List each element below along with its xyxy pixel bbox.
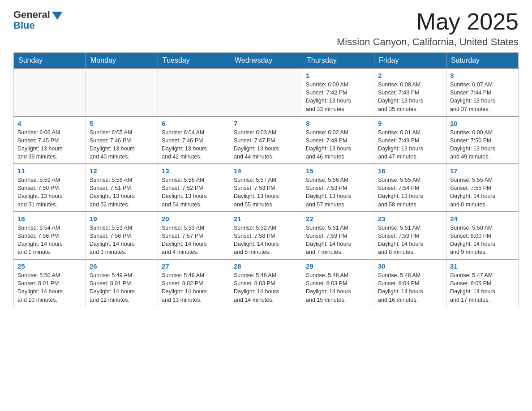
week-row-5: 25Sunrise: 5:50 AM Sunset: 8:01 PM Dayli… [14, 259, 519, 307]
day-number: 8 [306, 120, 370, 127]
title-block: May 2025 Mission Canyon, California, Uni… [337, 9, 519, 48]
day-info: Sunrise: 6:05 AM Sunset: 7:46 PM Dayligh… [90, 128, 154, 161]
day-number: 9 [378, 120, 442, 127]
calendar-cell: 1Sunrise: 6:09 AM Sunset: 7:42 PM Daylig… [302, 68, 374, 116]
day-number: 25 [17, 262, 82, 270]
day-number: 6 [162, 120, 226, 127]
day-number: 14 [234, 167, 298, 175]
calendar-cell: 25Sunrise: 5:50 AM Sunset: 8:01 PM Dayli… [14, 259, 86, 307]
day-info: Sunrise: 6:00 AM Sunset: 7:50 PM Dayligh… [450, 128, 515, 161]
calendar-cell: 3Sunrise: 6:07 AM Sunset: 7:44 PM Daylig… [446, 68, 519, 116]
calendar-cell: 14Sunrise: 5:57 AM Sunset: 7:53 PM Dayli… [230, 164, 302, 212]
day-info: Sunrise: 5:55 AM Sunset: 7:54 PM Dayligh… [378, 176, 442, 209]
day-number: 13 [162, 167, 226, 175]
day-info: Sunrise: 5:51 AM Sunset: 7:59 PM Dayligh… [378, 224, 442, 257]
calendar-cell: 19Sunrise: 5:53 AM Sunset: 7:56 PM Dayli… [86, 212, 158, 260]
day-info: Sunrise: 5:57 AM Sunset: 7:53 PM Dayligh… [234, 176, 298, 209]
day-info: Sunrise: 6:03 AM Sunset: 7:47 PM Dayligh… [234, 128, 298, 161]
weekday-header-friday: Friday [374, 53, 446, 69]
day-info: Sunrise: 5:49 AM Sunset: 8:01 PM Dayligh… [90, 271, 154, 304]
day-number: 23 [378, 215, 442, 223]
calendar-table: SundayMondayTuesdayWednesdayThursdayFrid… [13, 52, 519, 307]
day-number: 21 [234, 215, 298, 223]
day-info: Sunrise: 5:56 AM Sunset: 7:53 PM Dayligh… [306, 176, 370, 209]
day-info: Sunrise: 5:59 AM Sunset: 7:50 PM Dayligh… [17, 176, 82, 209]
calendar-cell: 6Sunrise: 6:04 AM Sunset: 7:46 PM Daylig… [158, 116, 230, 164]
calendar-cell: 9Sunrise: 6:01 AM Sunset: 7:49 PM Daylig… [374, 116, 446, 164]
calendar-header-row: SundayMondayTuesdayWednesdayThursdayFrid… [14, 53, 519, 69]
day-number: 22 [306, 215, 370, 223]
weekday-header-wednesday: Wednesday [230, 53, 302, 69]
day-number: 18 [17, 215, 82, 223]
day-number: 28 [234, 262, 298, 270]
calendar-cell: 2Sunrise: 6:08 AM Sunset: 7:43 PM Daylig… [374, 68, 446, 116]
calendar-cell: 26Sunrise: 5:49 AM Sunset: 8:01 PM Dayli… [86, 259, 158, 307]
logo-general-text: General [13, 9, 50, 21]
calendar-cell: 23Sunrise: 5:51 AM Sunset: 7:59 PM Dayli… [374, 212, 446, 260]
weekday-header-thursday: Thursday [302, 53, 374, 69]
calendar-cell: 29Sunrise: 5:48 AM Sunset: 8:03 PM Dayli… [302, 259, 374, 307]
calendar-cell: 16Sunrise: 5:55 AM Sunset: 7:54 PM Dayli… [374, 164, 446, 212]
calendar-cell: 11Sunrise: 5:59 AM Sunset: 7:50 PM Dayli… [14, 164, 86, 212]
day-number: 24 [450, 215, 515, 223]
calendar-cell: 4Sunrise: 6:06 AM Sunset: 7:45 PM Daylig… [14, 116, 86, 164]
day-number: 26 [90, 262, 154, 270]
location-title: Mission Canyon, California, United State… [337, 36, 519, 48]
day-number: 12 [90, 167, 154, 175]
day-number: 31 [450, 262, 515, 270]
calendar-cell: 12Sunrise: 5:58 AM Sunset: 7:51 PM Dayli… [86, 164, 158, 212]
calendar-cell: 24Sunrise: 5:50 AM Sunset: 8:00 PM Dayli… [446, 212, 519, 260]
day-info: Sunrise: 5:50 AM Sunset: 8:01 PM Dayligh… [17, 271, 82, 304]
day-number: 15 [306, 167, 370, 175]
calendar-cell [230, 68, 302, 116]
day-info: Sunrise: 5:53 AM Sunset: 7:56 PM Dayligh… [90, 224, 154, 257]
day-number: 3 [450, 72, 515, 79]
day-info: Sunrise: 6:07 AM Sunset: 7:44 PM Dayligh… [450, 81, 515, 113]
day-info: Sunrise: 5:50 AM Sunset: 8:00 PM Dayligh… [450, 224, 515, 257]
week-row-3: 11Sunrise: 5:59 AM Sunset: 7:50 PM Dayli… [14, 164, 519, 212]
calendar-cell: 13Sunrise: 5:58 AM Sunset: 7:52 PM Dayli… [158, 164, 230, 212]
day-info: Sunrise: 5:58 AM Sunset: 7:52 PM Dayligh… [162, 176, 226, 209]
calendar-cell: 15Sunrise: 5:56 AM Sunset: 7:53 PM Dayli… [302, 164, 374, 212]
day-info: Sunrise: 6:02 AM Sunset: 7:48 PM Dayligh… [306, 128, 370, 161]
day-info: Sunrise: 5:55 AM Sunset: 7:55 PM Dayligh… [450, 176, 515, 209]
logo: General Blue [13, 9, 63, 31]
calendar-cell: 28Sunrise: 5:48 AM Sunset: 8:03 PM Dayli… [230, 259, 302, 307]
day-number: 2 [378, 72, 442, 79]
day-number: 16 [378, 167, 442, 175]
day-number: 20 [162, 215, 226, 223]
logo-triangle-icon [52, 12, 63, 20]
day-info: Sunrise: 6:08 AM Sunset: 7:43 PM Dayligh… [378, 81, 442, 113]
calendar-cell: 8Sunrise: 6:02 AM Sunset: 7:48 PM Daylig… [302, 116, 374, 164]
calendar-cell: 27Sunrise: 5:49 AM Sunset: 8:02 PM Dayli… [158, 259, 230, 307]
day-number: 4 [17, 120, 82, 127]
weekday-header-tuesday: Tuesday [158, 53, 230, 69]
day-info: Sunrise: 6:01 AM Sunset: 7:49 PM Dayligh… [378, 128, 442, 161]
day-number: 7 [234, 120, 298, 127]
day-number: 11 [17, 167, 82, 175]
calendar-cell [14, 68, 86, 116]
day-info: Sunrise: 5:52 AM Sunset: 7:58 PM Dayligh… [234, 224, 298, 257]
day-info: Sunrise: 5:48 AM Sunset: 8:03 PM Dayligh… [306, 271, 370, 304]
calendar-cell: 30Sunrise: 5:48 AM Sunset: 8:04 PM Dayli… [374, 259, 446, 307]
day-info: Sunrise: 6:06 AM Sunset: 7:45 PM Dayligh… [17, 128, 82, 161]
calendar-cell: 21Sunrise: 5:52 AM Sunset: 7:58 PM Dayli… [230, 212, 302, 260]
calendar-cell: 10Sunrise: 6:00 AM Sunset: 7:50 PM Dayli… [446, 116, 519, 164]
logo-blue-text: Blue [13, 20, 35, 31]
day-info: Sunrise: 5:47 AM Sunset: 8:05 PM Dayligh… [450, 271, 515, 304]
day-info: Sunrise: 6:04 AM Sunset: 7:46 PM Dayligh… [162, 128, 226, 161]
day-number: 29 [306, 262, 370, 270]
page-header: General Blue May 2025 Mission Canyon, Ca… [13, 9, 519, 48]
calendar-cell [86, 68, 158, 116]
week-row-2: 4Sunrise: 6:06 AM Sunset: 7:45 PM Daylig… [14, 116, 519, 164]
calendar-cell [158, 68, 230, 116]
month-title: May 2025 [337, 9, 519, 34]
day-info: Sunrise: 5:48 AM Sunset: 8:04 PM Dayligh… [378, 271, 442, 304]
week-row-1: 1Sunrise: 6:09 AM Sunset: 7:42 PM Daylig… [14, 68, 519, 116]
day-number: 17 [450, 167, 515, 175]
calendar-cell: 31Sunrise: 5:47 AM Sunset: 8:05 PM Dayli… [446, 259, 519, 307]
week-row-4: 18Sunrise: 5:54 AM Sunset: 7:56 PM Dayli… [14, 212, 519, 260]
day-number: 19 [90, 215, 154, 223]
calendar-cell: 7Sunrise: 6:03 AM Sunset: 7:47 PM Daylig… [230, 116, 302, 164]
day-info: Sunrise: 5:54 AM Sunset: 7:56 PM Dayligh… [17, 224, 82, 257]
